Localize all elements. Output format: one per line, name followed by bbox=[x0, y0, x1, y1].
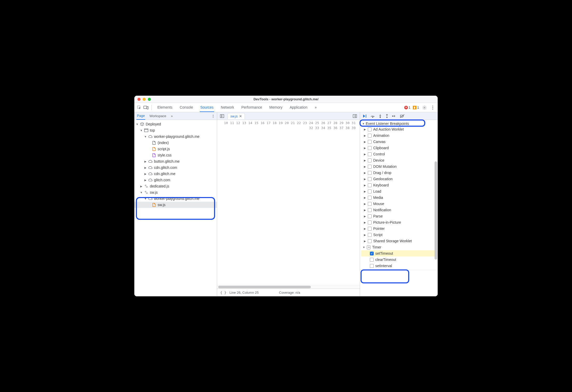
tab-memory[interactable]: Memory bbox=[269, 103, 283, 112]
tree-sw-worker[interactable]: ▼ sw.js bbox=[134, 189, 217, 195]
tree-file-script[interactable]: script.js bbox=[134, 146, 217, 152]
section-title-row[interactable]: ▼ Event Listener Breakpoints bbox=[361, 121, 438, 126]
code-editor[interactable]: 10 11 12 13 14 15 16 17 18 19 20 21 22 2… bbox=[217, 120, 360, 285]
category-row[interactable]: ▶DOM Mutation bbox=[362, 163, 438, 170]
category-row[interactable]: ▶Load bbox=[362, 188, 438, 194]
checkbox-icon[interactable] bbox=[368, 165, 372, 169]
toggle-navigator-icon[interactable] bbox=[219, 113, 225, 119]
scrollbar-thumb[interactable] bbox=[218, 286, 311, 288]
tab-console[interactable]: Console bbox=[179, 103, 193, 112]
tree-dedicated-worker[interactable]: ▶ dedicated.js bbox=[134, 183, 217, 189]
checkbox-icon[interactable] bbox=[368, 159, 372, 162]
checkbox-icon[interactable] bbox=[368, 239, 372, 243]
kebab-menu-icon[interactable] bbox=[430, 105, 436, 110]
checkbox-icon[interactable] bbox=[368, 214, 372, 218]
category-row[interactable]: ▶Media bbox=[362, 194, 438, 201]
tree-origin-button[interactable]: ▶ button.glitch.me bbox=[134, 158, 217, 164]
warning-badge[interactable]: ▮1 bbox=[413, 106, 419, 109]
category-row[interactable]: ▶Drag / drop bbox=[362, 170, 438, 176]
category-row[interactable]: ▶Control bbox=[362, 151, 438, 157]
tab-sources[interactable]: Sources bbox=[200, 103, 214, 112]
category-row[interactable]: ▶Keyboard bbox=[362, 182, 438, 188]
category-row[interactable]: ▶Picture-in-Picture bbox=[362, 219, 438, 225]
deactivate-breakpoints-icon[interactable] bbox=[400, 114, 405, 118]
category-timer[interactable]: ▼ Timer bbox=[361, 244, 438, 250]
tree-sw-origin[interactable]: ▼ worker-playground.glitch.me bbox=[134, 195, 217, 202]
nav-tab-page[interactable]: Page bbox=[136, 112, 145, 120]
tabs-overflow-icon[interactable]: » bbox=[314, 103, 317, 112]
tab-network[interactable]: Network bbox=[220, 103, 234, 112]
category-row[interactable]: ▶Pointer bbox=[362, 225, 438, 232]
pretty-print-icon[interactable]: { } bbox=[220, 291, 226, 295]
step-out-icon[interactable] bbox=[385, 114, 388, 118]
toggle-debugger-icon[interactable] bbox=[352, 113, 358, 119]
category-row[interactable]: ▶Geolocation bbox=[362, 176, 438, 182]
category-row[interactable]: ▶Canvas bbox=[362, 139, 438, 145]
checkbox-icon[interactable] bbox=[368, 146, 372, 150]
checkbox-icon[interactable] bbox=[368, 221, 372, 224]
tree-origin-cdn-com[interactable]: ▶ cdn.glitch.com bbox=[134, 164, 217, 171]
nav-more-icon[interactable]: ⋮ bbox=[211, 114, 215, 118]
step-over-icon[interactable] bbox=[370, 114, 375, 118]
category-row[interactable]: ▶Parse bbox=[362, 213, 438, 219]
checkbox-icon[interactable] bbox=[368, 202, 372, 206]
file-tab-sw[interactable]: sw.js ✕ bbox=[228, 113, 245, 119]
code-content[interactable]: } } "cm">/** "cm">* In order to keep the… bbox=[358, 120, 360, 285]
tree-file-sw[interactable]: sw.js bbox=[134, 202, 217, 208]
checkbox-icon[interactable] bbox=[368, 127, 372, 131]
tab-performance[interactable]: Performance bbox=[241, 103, 262, 112]
scrollbar-thumb[interactable] bbox=[435, 161, 437, 260]
checkbox-icon[interactable] bbox=[368, 177, 372, 181]
checkbox-icon[interactable] bbox=[368, 140, 372, 144]
checkbox-icon[interactable] bbox=[368, 152, 372, 156]
event-setinterval[interactable]: setInterval bbox=[361, 263, 438, 269]
minimize-icon[interactable] bbox=[143, 98, 146, 101]
tree-top[interactable]: ▼ top bbox=[134, 127, 217, 133]
checkbox-icon[interactable] bbox=[368, 171, 372, 175]
checkbox-icon[interactable] bbox=[370, 258, 374, 262]
resume-icon[interactable] bbox=[363, 114, 367, 118]
category-row[interactable]: ▶Ad Auction Worklet bbox=[362, 126, 438, 132]
step-into-icon[interactable] bbox=[379, 114, 382, 118]
checkbox-icon[interactable] bbox=[370, 264, 374, 268]
nav-tabs-overflow-icon[interactable]: » bbox=[171, 114, 173, 118]
category-row[interactable]: ▶Script bbox=[362, 232, 438, 238]
tab-elements[interactable]: Elements bbox=[157, 103, 173, 112]
settings-icon[interactable] bbox=[422, 105, 427, 110]
category-row[interactable]: ▶Animation bbox=[362, 132, 438, 139]
inspect-icon[interactable] bbox=[136, 105, 142, 110]
tree-origin[interactable]: ▼ worker-playground.glitch.me bbox=[134, 133, 217, 140]
tree-origin-glitch[interactable]: ▶ glitch.com bbox=[134, 177, 217, 183]
close-tab-icon[interactable]: ✕ bbox=[239, 114, 242, 118]
category-row[interactable]: ▶Mouse bbox=[362, 201, 438, 207]
category-row[interactable]: ▶Shared Storage Worklet bbox=[362, 238, 438, 244]
vertical-scrollbar[interactable] bbox=[434, 123, 437, 295]
checkbox-icon[interactable] bbox=[368, 196, 372, 200]
category-row[interactable]: ▶Clipboard bbox=[362, 145, 438, 151]
checkbox-icon[interactable] bbox=[368, 233, 372, 237]
category-row[interactable]: ▶Device bbox=[362, 157, 438, 163]
tree-deployed[interactable]: ▼ Deployed bbox=[134, 121, 217, 127]
event-cleartimeout[interactable]: clearTimeout bbox=[361, 257, 438, 263]
nav-tab-workspace[interactable]: Workspace bbox=[149, 112, 167, 119]
close-icon[interactable] bbox=[137, 98, 141, 101]
checkbox-icon[interactable] bbox=[368, 190, 372, 193]
checkbox-mixed-icon[interactable] bbox=[367, 245, 371, 249]
zoom-icon[interactable] bbox=[148, 98, 151, 101]
tree-file-index[interactable]: (index) bbox=[134, 140, 217, 146]
step-icon[interactable] bbox=[392, 114, 396, 118]
checkbox-checked-icon[interactable]: ✓ bbox=[370, 252, 374, 255]
tree-file-style[interactable]: style.css bbox=[134, 152, 217, 158]
error-badge[interactable]: ✕1 bbox=[404, 106, 410, 109]
checkbox-icon[interactable] bbox=[368, 134, 372, 138]
tab-application[interactable]: Application bbox=[289, 103, 308, 112]
checkbox-icon[interactable] bbox=[368, 208, 372, 212]
checkbox-icon[interactable] bbox=[368, 183, 372, 187]
checkbox-icon[interactable] bbox=[368, 227, 372, 231]
tree-origin-cdn-me[interactable]: ▶ cdn.glitch.me bbox=[134, 171, 217, 177]
device-toggle-icon[interactable] bbox=[143, 105, 149, 110]
event-settimeout[interactable]: ✓ setTimeout bbox=[361, 250, 438, 257]
tree-label: Deployed bbox=[146, 122, 161, 126]
category-row[interactable]: ▶Notification bbox=[362, 207, 438, 213]
horizontal-scrollbar[interactable] bbox=[217, 285, 360, 289]
